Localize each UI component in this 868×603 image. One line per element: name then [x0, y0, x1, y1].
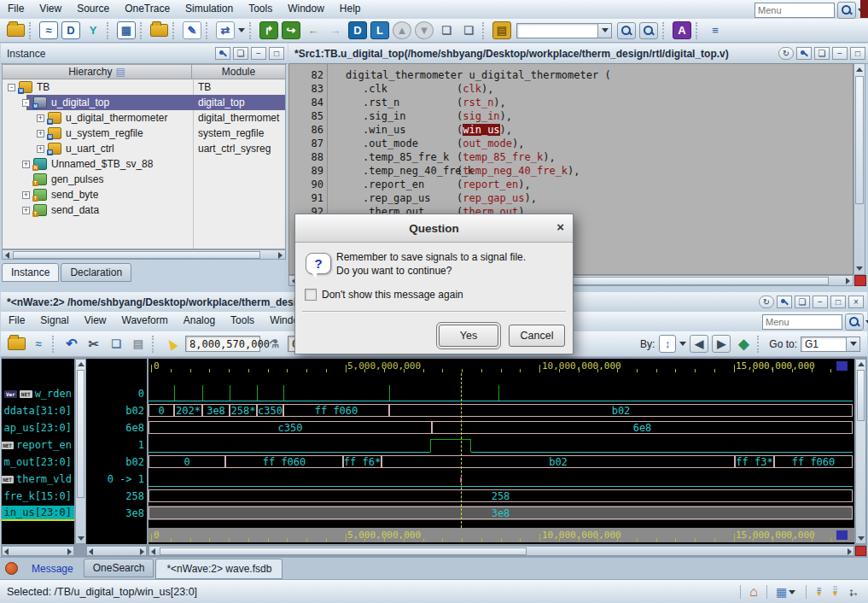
nwave-float-icon[interactable]: ❏ — [795, 296, 810, 308]
dialog-titlebar[interactable]: Question × — [295, 214, 573, 243]
nwave-search-backward-icon[interactable]: ◀ — [690, 335, 708, 353]
tree-expander-icon[interactable]: + — [37, 145, 44, 153]
back-icon[interactable]: ← — [304, 21, 323, 39]
trace-driver-icon[interactable]: D — [348, 21, 367, 39]
nwave-menu-analog[interactable]: Analog — [176, 312, 223, 329]
bottom-tab-message[interactable]: Message — [23, 560, 82, 577]
nwave-marker-jump-icon[interactable]: ◆ — [734, 335, 753, 353]
hierarchy-column-header[interactable]: Hierarchy▤ — [2, 64, 192, 79]
wave-hscrollbar[interactable] — [149, 546, 854, 556]
fullscreen-icon[interactable]: ↔ ↕ — [848, 585, 861, 599]
nwave-open-icon[interactable] — [8, 337, 26, 350]
session-folder-icon[interactable] — [150, 24, 168, 37]
tree-row-TB[interactable]: -MTBTB — [3, 79, 285, 95]
tree-expander-icon[interactable]: + — [22, 161, 30, 168]
tree-expander-icon[interactable]: - — [22, 99, 30, 107]
instance-maximize-icon[interactable]: □ — [269, 47, 284, 60]
apps-icon[interactable]: A — [673, 21, 691, 39]
dock-all-bottom-icon[interactable]: ⁞⁞▼ — [831, 588, 839, 596]
waveform-canvas[interactable]: 05,000,000,00010,000,000,00015,000,000,0… — [149, 359, 854, 544]
dialog-close-icon[interactable]: × — [556, 220, 564, 234]
tree-row-u_uart_ctrl[interactable]: +Mu_uart_ctrluart_ctrl_sysreg — [3, 141, 285, 156]
dont-show-label[interactable]: Don't show this message again — [322, 289, 463, 301]
tree-expander-icon[interactable]: - — [8, 84, 15, 91]
nwave-menu-search-input[interactable] — [762, 314, 842, 330]
tree-row-send_byte[interactable]: +Tsend_byte — [3, 187, 285, 202]
instance-tree[interactable]: -MTBTB-Mu_digital_topdigital_top+Mu_digi… — [2, 79, 286, 249]
nwave-copy-icon[interactable]: ❏ — [107, 335, 125, 353]
source-vscrollbar[interactable] — [853, 63, 865, 275]
tree-row-send_data[interactable]: +Tsend_data — [3, 202, 285, 218]
instance-minimize-icon[interactable]: − — [251, 47, 266, 60]
nwave-maximize-icon[interactable]: □ — [830, 296, 846, 308]
tree-expander-icon[interactable]: + — [37, 114, 44, 122]
menu-source[interactable]: Source — [69, 0, 117, 17]
cascade-window-icon[interactable]: ❏ — [459, 21, 478, 39]
reload-design-caret[interactable] — [238, 28, 245, 32]
tree-row-u_system_regfile[interactable]: +Mu_system_regfilesystem_regfile — [3, 126, 285, 141]
signal-name-report_en[interactable]: NETreport_en — [2, 437, 74, 453]
dock-bottom-icon[interactable]: ≡▼ — [815, 588, 823, 596]
tree-row-u_digital_top[interactable]: -Mu_digital_topdigital_top — [3, 95, 285, 110]
new-window-icon[interactable]: ❏ — [437, 21, 456, 39]
hierarchy-tool-icon[interactable]: Y — [84, 21, 102, 39]
tab-instance[interactable]: Instance — [2, 263, 59, 282]
nwave-time-field[interactable]: 8,000,570,000 — [185, 336, 260, 352]
signal-name-in_us[23:0][interactable]: in_us[23:0] — [2, 506, 74, 521]
source-resize-grip[interactable] — [854, 275, 866, 286]
nwave-search-forward-icon[interactable]: ▶ — [712, 335, 731, 353]
nwave-menu-file[interactable]: File — [1, 312, 32, 329]
nwave-pin-icon[interactable] — [777, 296, 792, 308]
bookmark-icon[interactable]: ▤ — [492, 21, 511, 39]
nwave-close-icon[interactable]: × — [848, 296, 864, 308]
names-hscrollbar[interactable] — [2, 546, 74, 556]
instance-float-icon[interactable]: ❏ — [233, 47, 248, 60]
tab-declaration[interactable]: Declaration — [61, 263, 131, 282]
next-icon[interactable]: ▼ — [415, 21, 434, 39]
signal-name-w_rden[interactable]: VerNETw_rden — [2, 386, 74, 401]
cancel-button[interactable]: Cancel — [509, 325, 565, 347]
main-menu-search-input[interactable] — [754, 3, 835, 18]
instance-hscrollbar[interactable] — [2, 249, 286, 260]
open-database-icon[interactable] — [7, 24, 25, 37]
source-pin-icon[interactable] — [796, 47, 812, 60]
nwave-minimize-icon[interactable]: − — [813, 296, 828, 308]
ruler-range-marker[interactable] — [836, 530, 848, 540]
signal-name-ap_us[23:0][interactable]: ap_us[23:0] — [2, 420, 74, 436]
nwave-menu-signal[interactable]: Signal — [32, 312, 76, 329]
source-minimize-icon[interactable]: − — [832, 47, 848, 60]
nwave-menu-waveform[interactable]: Waveform — [114, 312, 176, 329]
wave-vscrollbar[interactable] — [855, 359, 866, 544]
source-float-icon[interactable]: ❏ — [814, 47, 830, 60]
layout-window-icon[interactable]: ▦ — [776, 585, 787, 599]
nwave-goto-combobox[interactable]: G1 — [801, 337, 860, 352]
signal-names-panel[interactable]: VerNETw_rdenddata[31:0]ap_us[23:0]NETrep… — [2, 359, 74, 544]
search-icon[interactable] — [617, 22, 636, 39]
nwave-undo-icon[interactable]: ↶ — [62, 335, 81, 353]
wave-resize-grip[interactable] — [855, 546, 866, 556]
nwave-paste-icon[interactable]: ▤ — [129, 335, 148, 353]
values-hscrollbar[interactable] — [86, 546, 147, 556]
source-refresh-icon[interactable]: ↻ — [778, 47, 794, 60]
nschema-tool-icon[interactable]: D — [61, 21, 80, 39]
ams-icon[interactable]: ≡ — [706, 21, 725, 39]
ntrace-tool-icon[interactable]: ▦ — [117, 21, 136, 39]
reload-design-icon[interactable]: ⇄ — [216, 21, 235, 39]
ruler-range-marker[interactable] — [836, 361, 848, 371]
nwave-by-mode-icon[interactable]: ↕ — [659, 335, 676, 353]
nwave-refresh-icon[interactable]: ↻ — [759, 296, 774, 308]
bottom-tab-onesearch[interactable]: OneSearch — [84, 559, 154, 577]
yes-button[interactable]: Yes — [439, 325, 498, 347]
main-menu-search-icon[interactable] — [837, 2, 856, 19]
layout-caret-icon[interactable] — [789, 590, 795, 594]
tree-row-gen_pulses[interactable]: Tgen_pulses — [3, 172, 285, 187]
forward-icon[interactable]: → — [326, 21, 345, 39]
menu-tools[interactable]: Tools — [241, 0, 280, 17]
signal-values-panel[interactable]: 0b026e81b020 -> 12583e8 — [86, 359, 147, 544]
goto-declaration-icon[interactable]: ↱ — [259, 21, 278, 39]
menu-file[interactable]: File — [0, 0, 32, 17]
nwave-sweep-icon[interactable]: ⚗ — [265, 335, 283, 353]
names-vscrollbar[interactable] — [75, 359, 86, 544]
advanced-search-icon[interactable] — [639, 22, 658, 39]
tree-row-u_digital_thermometer[interactable]: +Mu_digital_thermometerdigital_thermomet — [3, 110, 285, 126]
